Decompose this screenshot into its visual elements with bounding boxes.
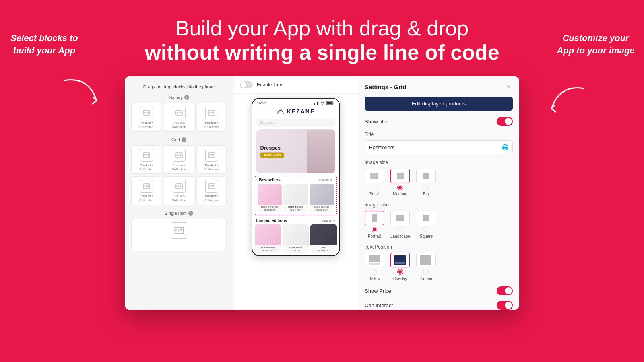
settings-header: Settings - Grid × xyxy=(365,83,513,91)
panels-container: Drag and drop blocks into the phone Gall… xyxy=(125,76,519,310)
text-pos-bellow-preview xyxy=(365,253,384,267)
svg-point-17 xyxy=(213,185,214,186)
show-price-toggle[interactable] xyxy=(497,286,513,295)
limited-item-2[interactable]: White dress 29.00 EUR xyxy=(283,224,309,253)
show-price-row: Show Price xyxy=(365,286,513,295)
image-size-small[interactable]: Small xyxy=(365,169,384,196)
panel-left-title: Drag and drop blocks into the phone xyxy=(131,84,227,89)
grid-item-3[interactable]: Product / Collection xyxy=(196,145,227,174)
product-item-1[interactable]: Robe printemps 95.00 EUR xyxy=(258,184,282,212)
panel-middle: Enable Tabs 15:57 xyxy=(233,76,358,310)
close-button[interactable]: × xyxy=(505,83,513,91)
hidden-visual xyxy=(420,255,431,265)
image-size-big-label: Big xyxy=(423,192,429,196)
image-ratio-portrait[interactable]: Portrait xyxy=(365,211,384,239)
image-ratio-landscape[interactable]: Landscape xyxy=(390,211,410,239)
image-size-medium-label: Medium xyxy=(393,192,407,196)
show-title-toggle[interactable] xyxy=(497,117,513,126)
can-interact-label: Can interact xyxy=(365,302,393,309)
product-item-2[interactable]: Robe d'artiste 95.00 EUR xyxy=(283,184,308,212)
portrait-visual xyxy=(372,214,377,222)
text-pos-hidden-preview xyxy=(416,253,436,267)
image-size-big-radio[interactable] xyxy=(423,185,429,190)
image-size-medium-radio[interactable] xyxy=(397,185,403,190)
text-pos-bellow[interactable]: Bellow xyxy=(365,253,384,281)
wifi-icon xyxy=(321,101,325,105)
text-pos-bellow-radio[interactable] xyxy=(372,269,377,275)
can-interact-toggle[interactable] xyxy=(497,301,513,310)
phone-search[interactable]: Search... xyxy=(256,119,335,127)
enable-tabs-toggle[interactable] xyxy=(240,81,253,88)
panel-middle-header: Enable Tabs xyxy=(233,76,358,94)
brand-name: KEZANE xyxy=(287,108,315,115)
gallery-item-2[interactable]: Product / Collection xyxy=(164,103,194,132)
phone-hero-banner: Dresses LEARN MORE xyxy=(256,129,335,173)
image-ratio-square-preview xyxy=(417,211,436,225)
grid-item-5[interactable]: Product / Collection xyxy=(164,176,194,205)
image-ratio-square-radio[interactable] xyxy=(423,227,429,232)
text-pos-overlay-label: Overlay xyxy=(393,276,407,281)
svg-point-19 xyxy=(180,228,182,230)
single-item-1[interactable] xyxy=(131,219,227,251)
image-size-medium[interactable]: Medium xyxy=(390,169,410,196)
text-pos-overlay-preview xyxy=(390,253,410,267)
text-pos-overlay[interactable]: Overlay xyxy=(390,253,410,281)
landscape-visual xyxy=(396,215,404,221)
svg-point-7 xyxy=(147,154,149,155)
gallery-section-title: Gallery i xyxy=(131,95,227,100)
image-size-label: Image size xyxy=(365,160,513,165)
limited-item-1[interactable]: Pink summer 69.00 EUR xyxy=(255,224,281,253)
gallery-item-3-label: Product / Collection xyxy=(198,121,225,129)
enable-tabs-label: Enable Tabs xyxy=(257,82,283,88)
text-pos-bellow-label: Bellow xyxy=(368,276,380,281)
text-pos-overlay-radio[interactable] xyxy=(397,269,403,275)
image-ratio-square[interactable]: Square xyxy=(417,211,436,239)
limited-editions-header: Limited editions View all > xyxy=(252,217,339,224)
gallery-item-1[interactable]: Product / Collection xyxy=(131,103,161,132)
limited-editions-title: Limited editions xyxy=(256,218,287,223)
gallery-item-3-icon xyxy=(205,107,218,119)
text-pos-hidden[interactable]: Hidden xyxy=(416,253,436,281)
grid-item-5-label: Product / Collection xyxy=(166,194,192,202)
image-ratio-landscape-preview xyxy=(390,211,410,225)
signal-icon xyxy=(314,101,319,105)
edit-displayed-products-button[interactable]: Edit displayed products xyxy=(365,97,513,111)
product-item-3[interactable]: Robe dentelle 105.00 EUR xyxy=(310,184,334,212)
grid-item-6[interactable]: Product / Collection xyxy=(196,176,227,205)
grid-item-1[interactable]: Product / Collection xyxy=(131,145,161,174)
limited-editions-view-all[interactable]: View all > xyxy=(321,219,335,222)
product-name-3: Robe dentelle xyxy=(310,205,334,208)
bestsellers-view-all[interactable]: View all > xyxy=(318,178,332,182)
svg-rect-25 xyxy=(327,102,332,104)
overlay-visual xyxy=(394,255,406,265)
show-price-label: Show Price xyxy=(365,288,391,294)
grid-item-2[interactable]: Product / Collection xyxy=(164,145,194,174)
image-size-big[interactable]: Big xyxy=(416,169,436,196)
grid-item-4[interactable]: Product / Collection xyxy=(131,176,161,205)
grid-item-6-icon xyxy=(205,180,218,193)
limited-name-3: Short xyxy=(310,245,336,249)
gallery-item-2-icon xyxy=(173,107,186,119)
limited-editions-products: Pink summer 69.00 EUR White dress 29.00 … xyxy=(252,224,339,255)
product-img-2 xyxy=(283,184,308,205)
image-size-medium-preview xyxy=(390,169,410,183)
text-pos-hidden-radio[interactable] xyxy=(423,269,429,275)
title-input-row[interactable]: Bestsellers 🌐 xyxy=(365,140,513,154)
phone-hero-btn[interactable]: LEARN MORE xyxy=(260,153,284,158)
limited-price-3: 59.00 EUR xyxy=(310,249,336,253)
image-ratio-label: Image ratio xyxy=(365,202,513,208)
grid-item-3-icon xyxy=(205,149,218,162)
gallery-item-3[interactable]: Product / Collection xyxy=(196,103,227,132)
image-ratio-portrait-radio[interactable] xyxy=(372,227,377,232)
show-title-row: Show title xyxy=(365,117,513,126)
phone-status-bar: 15:57 xyxy=(252,99,339,106)
image-size-small-radio[interactable] xyxy=(372,185,377,190)
svg-point-3 xyxy=(180,112,181,113)
image-size-small-label: Small xyxy=(369,192,379,196)
limited-item-3[interactable]: Short 59.00 EUR xyxy=(310,224,336,253)
limited-name-1: Pink summer xyxy=(255,245,281,249)
bestsellers-section: Bestsellers View all > Robe printemps 95… xyxy=(255,176,337,215)
small-grid-visual xyxy=(370,173,378,179)
grid-item-2-icon xyxy=(173,149,186,162)
image-ratio-landscape-radio[interactable] xyxy=(397,227,403,232)
